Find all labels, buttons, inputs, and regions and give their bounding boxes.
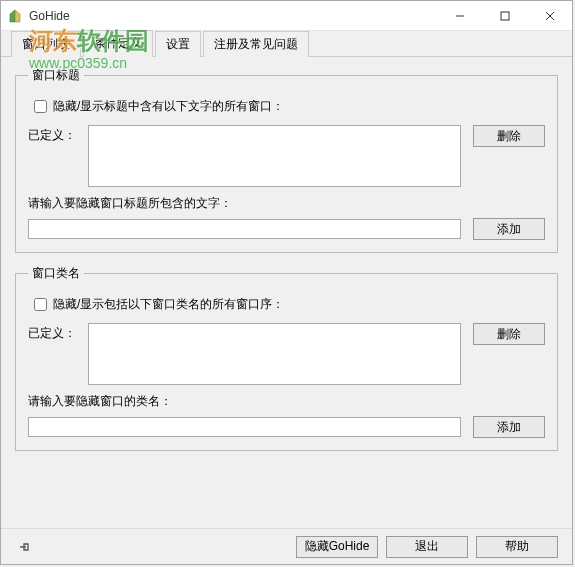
class-input-field[interactable] — [28, 417, 461, 437]
title-input-prompt: 请输入要隐藏窗口标题所包含的文字： — [28, 195, 545, 212]
group-window-title-legend: 窗口标题 — [28, 67, 84, 84]
title-input-field[interactable] — [28, 219, 461, 239]
group-window-class: 窗口类名 隐藏/显示包括以下窗口类名的所有窗口序： 已定义： 删除 请输入要隐藏… — [15, 265, 558, 451]
tab-content: 窗口标题 隐藏/显示标题中含有以下文字的所有窗口： 已定义： 删除 请输入要隐藏… — [1, 57, 572, 528]
class-add-button[interactable]: 添加 — [473, 416, 545, 438]
title-defined-textarea[interactable] — [88, 125, 461, 187]
class-hide-checkbox-label: 隐藏/显示包括以下窗口类名的所有窗口序： — [53, 296, 284, 313]
group-window-class-legend: 窗口类名 — [28, 265, 84, 282]
app-window: GoHide 河东软件园 www.pc0359.cn 窗口列表 条件定义 设置 … — [0, 0, 573, 565]
class-input-prompt: 请输入要隐藏窗口的类名： — [28, 393, 545, 410]
group-window-title: 窗口标题 隐藏/显示标题中含有以下文字的所有窗口： 已定义： 删除 请输入要隐藏… — [15, 67, 558, 253]
window-controls — [437, 1, 572, 31]
maximize-button[interactable] — [482, 1, 527, 31]
class-defined-label: 已定义： — [28, 323, 88, 342]
tab-strip: 窗口列表 条件定义 设置 注册及常见问题 — [1, 31, 572, 57]
title-add-button[interactable]: 添加 — [473, 218, 545, 240]
class-hide-checkbox[interactable] — [34, 298, 47, 311]
title-hide-checkbox-label: 隐藏/显示标题中含有以下文字的所有窗口： — [53, 98, 284, 115]
minimize-button[interactable] — [437, 1, 482, 31]
help-button[interactable]: 帮助 — [476, 536, 558, 558]
svg-rect-1 — [501, 12, 509, 20]
tab-window-list[interactable]: 窗口列表 — [11, 31, 81, 57]
window-title: GoHide — [29, 9, 437, 23]
hide-gohide-button[interactable]: 隐藏GoHide — [296, 536, 378, 558]
titlebar: GoHide — [1, 1, 572, 31]
class-defined-textarea[interactable] — [88, 323, 461, 385]
title-delete-button[interactable]: 删除 — [473, 125, 545, 147]
close-button[interactable] — [527, 1, 572, 31]
title-defined-label: 已定义： — [28, 125, 88, 144]
class-delete-button[interactable]: 删除 — [473, 323, 545, 345]
pin-icon[interactable] — [15, 537, 35, 557]
tab-register-faq[interactable]: 注册及常见问题 — [203, 31, 309, 57]
bottom-bar: 隐藏GoHide 退出 帮助 — [1, 528, 572, 564]
app-icon — [7, 8, 23, 24]
tab-condition-def[interactable]: 条件定义 — [83, 30, 153, 57]
tab-settings[interactable]: 设置 — [155, 31, 201, 57]
exit-button[interactable]: 退出 — [386, 536, 468, 558]
title-hide-checkbox[interactable] — [34, 100, 47, 113]
